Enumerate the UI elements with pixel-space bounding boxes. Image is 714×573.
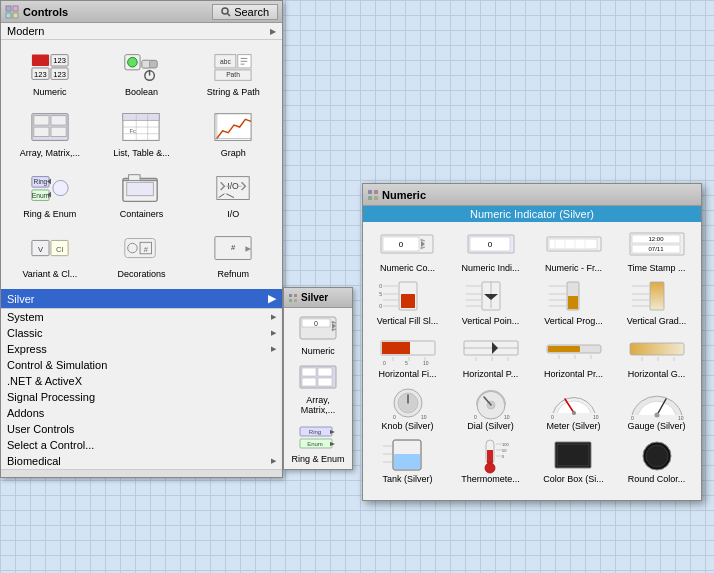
svg-rect-84 — [302, 368, 316, 376]
menu-item-biomedical[interactable]: Biomedical — [1, 453, 282, 469]
svg-rect-85 — [318, 368, 332, 376]
menu-item-classic-label: Classic — [7, 327, 42, 339]
numeric-item-roundcolor[interactable]: Round Color... — [616, 437, 697, 488]
silver-ring-enum-item[interactable]: Ring Enum Ring & Enum — [286, 418, 350, 467]
icon-list-table-label: List, Table &... — [113, 148, 169, 159]
colorbox-icon — [545, 438, 603, 474]
numeric-dial-label: Dial (Silver) — [467, 421, 514, 432]
icon-variant-cl[interactable]: V Cl Variant & Cl... — [5, 226, 95, 285]
icon-graph[interactable]: Graph — [188, 105, 278, 164]
menu-item-net-activex-label: .NET & ActiveX — [7, 375, 82, 387]
numeric-item-hfill[interactable]: 0 5 10 Horizontal Fi... — [367, 332, 448, 383]
numeric-co-label: Numeric Co... — [380, 263, 435, 274]
svg-rect-193 — [487, 450, 493, 463]
menu-item-control-sim[interactable]: Control & Simulation — [1, 357, 282, 373]
numeric-item-colorbox[interactable]: Color Box (Si... — [533, 437, 614, 488]
svg-marker-93 — [330, 442, 335, 446]
menu-item-signal[interactable]: Signal Processing — [1, 389, 282, 405]
numeric-item-fr[interactable]: Numeric - Fr... — [533, 226, 614, 277]
numeric-item-hpr[interactable]: Horizontal Pr... — [533, 332, 614, 383]
numeric-item-tank[interactable]: Tank (Silver) — [367, 437, 448, 488]
silver-numeric-item[interactable]: 0 Numeric — [286, 310, 350, 359]
menu-item-addons[interactable]: Addons — [1, 405, 282, 421]
svg-rect-95 — [374, 190, 378, 194]
numeric-hpr-label: Horizontal Pr... — [544, 369, 603, 380]
numeric-item-meter[interactable]: 0 10 Meter (Silver) — [533, 384, 614, 435]
modern-label: Modern — [7, 25, 44, 37]
numeric-item-vpoin[interactable]: Vertical Poin... — [450, 279, 531, 330]
menu-item-select-control[interactable]: Select a Control... — [1, 437, 282, 453]
svg-text:12:00: 12:00 — [648, 236, 664, 242]
numeric-item-indi[interactable]: 0 Numeric Indi... — [450, 226, 531, 277]
containers-icon-img — [121, 172, 161, 206]
silver-menu-item[interactable]: Silver ▶ — [1, 289, 282, 308]
numeric-popup-subtitle: Numeric Indicator (Silver) — [363, 206, 701, 222]
svg-text:abc: abc — [220, 58, 231, 65]
gauge-icon: 0 10 — [628, 385, 686, 421]
icon-ring-enum[interactable]: Ring Enum Ring & Enum — [5, 166, 95, 225]
silver-array-matrix-item[interactable]: Array, Matrix,... — [286, 359, 350, 418]
svg-text:0: 0 — [393, 414, 396, 420]
numeric-item-knob[interactable]: 0 10 Knob (Silver) — [367, 384, 448, 435]
icon-numeric-label: Numeric — [33, 87, 67, 98]
icon-array-matrix[interactable]: Array, Matrix,... — [5, 105, 95, 164]
svg-rect-17 — [142, 60, 150, 68]
icon-boolean[interactable]: Boolean — [97, 44, 187, 103]
numeric-item-vgrad[interactable]: Vertical Grad... — [616, 279, 697, 330]
numeric-item-dial[interactable]: 0 10 Dial (Silver) — [450, 384, 531, 435]
svg-text:5: 5 — [379, 291, 382, 297]
svg-rect-146 — [382, 342, 410, 354]
menu-item-user-controls[interactable]: User Controls — [1, 421, 282, 437]
icon-decorations[interactable]: # Decorations — [97, 226, 187, 285]
numeric-item-thermo[interactable]: 100 50 0 Thermomete... — [450, 437, 531, 488]
svg-text:#: # — [144, 245, 149, 254]
icon-numeric[interactable]: 123 123 123 Numeric — [5, 44, 95, 103]
silver-subpanel: Silver 0 Numeric — [283, 287, 353, 470]
icon-ring-enum-label: Ring & Enum — [23, 209, 76, 220]
array-matrix-icon-img — [30, 111, 70, 145]
menu-item-classic[interactable]: Classic — [1, 325, 282, 341]
menu-item-signal-label: Signal Processing — [7, 391, 95, 403]
svg-text:10: 10 — [504, 414, 510, 420]
numeric-gauge-label: Gauge (Silver) — [627, 421, 685, 432]
controls-icon — [5, 5, 19, 19]
dial-icon: 0 10 — [462, 385, 520, 421]
numeric-item-vfill[interactable]: 10 5 0 Vertical Fill Sl... — [367, 279, 448, 330]
svg-rect-164 — [630, 343, 684, 355]
icon-list-table[interactable]: Fc List, Table &... — [97, 105, 187, 164]
variant-cl-icon-img: V Cl — [30, 232, 70, 266]
numeric-item-hpoin[interactable]: Horizontal P... — [450, 332, 531, 383]
numeric-item-hgrad[interactable]: Horizontal G... — [616, 332, 697, 383]
vgrad-icon — [628, 280, 686, 316]
icon-containers-label: Containers — [120, 209, 164, 220]
svg-text:Cl: Cl — [56, 245, 63, 254]
graph-icon-img — [213, 111, 253, 145]
svg-rect-108 — [549, 239, 597, 249]
thermo-icon: 100 50 0 — [462, 438, 520, 474]
svg-text:10: 10 — [421, 414, 427, 420]
svg-text:0: 0 — [398, 240, 403, 249]
controls-scrollbar[interactable] — [1, 469, 282, 477]
svg-line-5 — [228, 13, 231, 16]
icon-string-path[interactable]: abc Path String & Path — [188, 44, 278, 103]
numeric-indi-icon: 0 — [462, 231, 520, 259]
icon-io[interactable]: I/O I/O — [188, 166, 278, 225]
icon-refnum[interactable]: # Refnum — [188, 226, 278, 285]
icon-containers[interactable]: Containers — [97, 166, 187, 225]
numeric-item-co[interactable]: 0 Numeric Co... — [367, 226, 448, 277]
numeric-colorbox-label: Color Box (Si... — [543, 474, 604, 485]
menu-item-system[interactable]: System — [1, 309, 282, 325]
numeric-item-vprog[interactable]: Vertical Prog... — [533, 279, 614, 330]
svg-rect-140 — [650, 282, 664, 310]
svg-rect-75 — [289, 299, 292, 302]
numeric-vgrad-label: Vertical Grad... — [627, 316, 687, 327]
svg-text:0: 0 — [551, 414, 554, 420]
search-icon — [221, 7, 231, 17]
numeric-item-gauge[interactable]: 0 10 Gauge (Silver) — [616, 384, 697, 435]
numeric-tank-label: Tank (Silver) — [382, 474, 432, 485]
hpoin-icon — [462, 333, 520, 369]
menu-item-express[interactable]: Express — [1, 341, 282, 357]
menu-item-net-activex[interactable]: .NET & ActiveX — [1, 373, 282, 389]
numeric-item-timestamp[interactable]: 12:00 07/11 Time Stamp ... — [616, 226, 697, 277]
search-button[interactable]: Search — [212, 4, 278, 20]
